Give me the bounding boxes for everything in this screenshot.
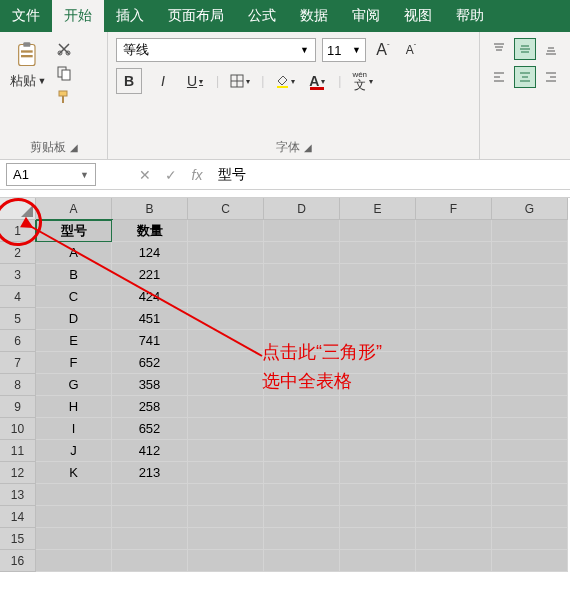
copy-button[interactable]	[54, 64, 74, 82]
tab-home[interactable]: 开始	[52, 0, 104, 32]
cell-C8[interactable]	[188, 374, 264, 396]
row-header-8[interactable]: 8	[0, 374, 36, 396]
cell-A10[interactable]: I	[36, 418, 112, 440]
cell-D7[interactable]	[264, 352, 340, 374]
cell-C14[interactable]	[188, 506, 264, 528]
col-header-B[interactable]: B	[112, 198, 188, 220]
row-header-12[interactable]: 12	[0, 462, 36, 484]
cell-D6[interactable]	[264, 330, 340, 352]
row-header-5[interactable]: 5	[0, 308, 36, 330]
cell-A6[interactable]: E	[36, 330, 112, 352]
cell-B8[interactable]: 358	[112, 374, 188, 396]
font-color-button[interactable]: A	[306, 69, 328, 93]
cell-E12[interactable]	[340, 462, 416, 484]
row-header-14[interactable]: 14	[0, 506, 36, 528]
col-header-C[interactable]: C	[188, 198, 264, 220]
fx-button[interactable]: fx	[184, 160, 210, 189]
cell-B4[interactable]: 424	[112, 286, 188, 308]
cell-B9[interactable]: 258	[112, 396, 188, 418]
cancel-formula-button[interactable]: ✕	[132, 160, 158, 189]
cell-A13[interactable]	[36, 484, 112, 506]
row-header-2[interactable]: 2	[0, 242, 36, 264]
row-header-6[interactable]: 6	[0, 330, 36, 352]
tab-help[interactable]: 帮助	[444, 0, 496, 32]
clipboard-launcher-icon[interactable]: ◢	[70, 142, 78, 153]
cell-D15[interactable]	[264, 528, 340, 550]
cell-A4[interactable]: C	[36, 286, 112, 308]
cell-F14[interactable]	[416, 506, 492, 528]
cell-D12[interactable]	[264, 462, 340, 484]
tab-file[interactable]: 文件	[0, 0, 52, 32]
cell-F1[interactable]	[416, 220, 492, 242]
cell-B14[interactable]	[112, 506, 188, 528]
row-header-13[interactable]: 13	[0, 484, 36, 506]
cell-A14[interactable]	[36, 506, 112, 528]
cell-B12[interactable]: 213	[112, 462, 188, 484]
row-header-11[interactable]: 11	[0, 440, 36, 462]
cell-C13[interactable]	[188, 484, 264, 506]
cell-F15[interactable]	[416, 528, 492, 550]
cell-D5[interactable]	[264, 308, 340, 330]
align-bottom-button[interactable]	[540, 38, 562, 60]
cell-B16[interactable]	[112, 550, 188, 572]
cell-D13[interactable]	[264, 484, 340, 506]
cell-D8[interactable]	[264, 374, 340, 396]
cell-C1[interactable]	[188, 220, 264, 242]
cell-A15[interactable]	[36, 528, 112, 550]
font-launcher-icon[interactable]: ◢	[304, 142, 312, 153]
cell-G2[interactable]	[492, 242, 568, 264]
cell-E2[interactable]	[340, 242, 416, 264]
cell-B2[interactable]: 124	[112, 242, 188, 264]
cell-F3[interactable]	[416, 264, 492, 286]
cell-G10[interactable]	[492, 418, 568, 440]
cell-C12[interactable]	[188, 462, 264, 484]
cell-B10[interactable]: 652	[112, 418, 188, 440]
align-top-button[interactable]	[488, 38, 510, 60]
cell-G5[interactable]	[492, 308, 568, 330]
cell-D3[interactable]	[264, 264, 340, 286]
row-header-10[interactable]: 10	[0, 418, 36, 440]
cell-F4[interactable]	[416, 286, 492, 308]
col-header-D[interactable]: D	[264, 198, 340, 220]
col-header-G[interactable]: G	[492, 198, 568, 220]
cut-button[interactable]	[54, 40, 74, 58]
row-header-3[interactable]: 3	[0, 264, 36, 286]
cell-D9[interactable]	[264, 396, 340, 418]
align-right-button[interactable]	[540, 66, 562, 88]
align-middle-button[interactable]	[514, 38, 536, 60]
align-left-button[interactable]	[488, 66, 510, 88]
row-header-1[interactable]: 1	[0, 220, 36, 242]
cell-B15[interactable]	[112, 528, 188, 550]
cell-B5[interactable]: 451	[112, 308, 188, 330]
cell-C15[interactable]	[188, 528, 264, 550]
cell-A2[interactable]: A	[36, 242, 112, 264]
cell-B7[interactable]: 652	[112, 352, 188, 374]
cell-C4[interactable]	[188, 286, 264, 308]
cell-G12[interactable]	[492, 462, 568, 484]
cell-D10[interactable]	[264, 418, 340, 440]
cell-E16[interactable]	[340, 550, 416, 572]
cell-F8[interactable]	[416, 374, 492, 396]
spreadsheet-grid[interactable]: ABCDEFG1型号数量2A1243B2214C4245D4516E7417F6…	[0, 198, 570, 572]
cell-A16[interactable]	[36, 550, 112, 572]
tab-insert[interactable]: 插入	[104, 0, 156, 32]
tab-view[interactable]: 视图	[392, 0, 444, 32]
col-header-A[interactable]: A	[36, 198, 112, 220]
cell-F9[interactable]	[416, 396, 492, 418]
cell-G16[interactable]	[492, 550, 568, 572]
cell-D16[interactable]	[264, 550, 340, 572]
cell-G6[interactable]	[492, 330, 568, 352]
cell-G14[interactable]	[492, 506, 568, 528]
confirm-formula-button[interactable]: ✓	[158, 160, 184, 189]
tab-data[interactable]: 数据	[288, 0, 340, 32]
cell-E10[interactable]	[340, 418, 416, 440]
cell-C2[interactable]	[188, 242, 264, 264]
tab-pagelayout[interactable]: 页面布局	[156, 0, 236, 32]
cell-A5[interactable]: D	[36, 308, 112, 330]
cell-G15[interactable]	[492, 528, 568, 550]
cell-C3[interactable]	[188, 264, 264, 286]
format-painter-button[interactable]	[54, 88, 74, 106]
font-family-select[interactable]: 等线▼	[116, 38, 316, 62]
cell-G13[interactable]	[492, 484, 568, 506]
cell-E11[interactable]	[340, 440, 416, 462]
